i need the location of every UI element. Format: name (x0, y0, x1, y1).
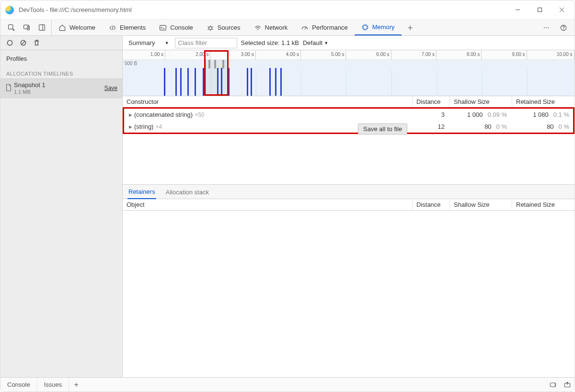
maximize-button[interactable] (529, 2, 551, 18)
svg-rect-16 (550, 383, 555, 387)
view-mode-dropdown[interactable]: Summary ▼ (126, 39, 171, 46)
retained-cell: 1 0800.1 % (511, 111, 573, 118)
tick-label: 7.00 s (422, 52, 435, 57)
allocation-filter-dropdown[interactable]: Default ▼ (303, 39, 328, 46)
view-mode-label: Summary (128, 39, 155, 46)
svg-point-6 (209, 26, 212, 29)
minimize-button[interactable] (506, 2, 529, 18)
tab-memory-label: Memory (372, 23, 395, 31)
drawer-collapse-icon[interactable] (560, 378, 575, 392)
svg-rect-5 (160, 25, 166, 30)
col-distance[interactable]: Distance (413, 199, 450, 210)
tab-welcome-label: Welcome (69, 24, 95, 31)
retainers-header[interactable]: Object Distance Shallow Size Retained Si… (123, 199, 575, 211)
sidebar-toolbar (0, 36, 122, 50)
dock-side-icon[interactable] (34, 20, 49, 36)
drawer-add-tab[interactable]: + (69, 378, 83, 392)
gauge-icon (301, 24, 309, 32)
snapshot-save-link[interactable]: Save (104, 85, 117, 91)
tab-performance[interactable]: Performance (294, 20, 354, 35)
svg-point-13 (563, 29, 564, 29)
plus-icon (406, 24, 414, 32)
constructors-table: Constructor Distance Shallow Size Retain… (123, 96, 575, 185)
memory-panel: Summary ▼ Class filter Selected size: 1.… (123, 36, 575, 377)
console-icon (159, 24, 167, 32)
snapshot-item[interactable]: Snapshot 1 1.1 MB Save (0, 78, 122, 98)
y-axis-label: 500 B (125, 61, 137, 66)
chip-icon (361, 23, 369, 31)
expand-icon[interactable]: ▶ (129, 124, 132, 129)
timeline-ruler: 1.00 s 2.00 s 3.00 s 4.00 s 5.00 s 6.00 … (123, 50, 575, 60)
drawer-tab-console[interactable]: Console (0, 378, 37, 392)
clear-icon[interactable] (17, 37, 29, 49)
tab-sources[interactable]: Sources (200, 20, 247, 35)
allocation-timeline[interactable]: 1.00 s 2.00 s 3.00 s 4.00 s 5.00 s 6.00 … (123, 50, 575, 96)
table-row[interactable]: ▶ (string) ×4 Save all to file 12 800 % … (124, 121, 573, 133)
home-icon (58, 24, 66, 32)
inspect-icon[interactable] (3, 20, 19, 36)
triangle-down-icon: ▼ (165, 41, 169, 45)
constructor-name: (string) (134, 123, 153, 130)
tick-label: 1.00 s (150, 52, 163, 57)
close-button[interactable] (551, 2, 573, 18)
col-distance[interactable]: Distance (413, 96, 450, 107)
tick-label: 9.00 s (512, 52, 525, 57)
retainers-tabbar: Retainers Allocation stack (123, 185, 575, 199)
tick-label: 6.00 s (376, 52, 389, 57)
svg-rect-4 (39, 25, 45, 31)
tick-label: 5.00 s (331, 52, 344, 57)
delete-icon[interactable] (30, 37, 43, 49)
tab-memory[interactable]: Memory (355, 20, 402, 35)
tab-allocation-stack[interactable]: Allocation stack (165, 186, 210, 199)
tab-elements[interactable]: Elements (102, 20, 152, 35)
instance-count: ×4 (155, 123, 162, 130)
svg-point-11 (548, 27, 549, 28)
svg-point-7 (257, 29, 258, 30)
tab-network[interactable]: Network (247, 20, 295, 35)
tick-label: 2.00 s (196, 52, 208, 57)
drawer-tabbar: Console Issues + (0, 377, 575, 392)
allocation-timelines-label: ALLOCATION TIMELINES (0, 65, 122, 78)
help-icon[interactable] (556, 20, 571, 36)
col-constructor[interactable]: Constructor (123, 96, 413, 107)
drawer-tab-issues[interactable]: Issues (37, 378, 69, 392)
table-row[interactable]: ▶ (concatenated string) ×50 3 1 0000.09 … (124, 109, 573, 121)
tick-label: 4.00 s (286, 52, 299, 57)
tab-welcome[interactable]: Welcome (52, 20, 102, 35)
col-shallow[interactable]: Shallow Size (450, 96, 512, 107)
device-toggle-icon[interactable] (19, 20, 34, 36)
summary-toolbar: Summary ▼ Class filter Selected size: 1.… (123, 36, 575, 50)
class-filter-input[interactable]: Class filter (175, 38, 237, 48)
col-object[interactable]: Object (123, 199, 413, 210)
retained-cell: 800 % (511, 123, 573, 130)
code-icon (109, 24, 116, 32)
shallow-cell: 1 0000.09 % (448, 111, 511, 118)
col-retained[interactable]: Retained Size (512, 96, 575, 107)
tab-elements-label: Elements (120, 24, 146, 31)
tab-console-label: Console (170, 24, 193, 31)
col-shallow[interactable]: Shallow Size (450, 199, 512, 210)
more-icon[interactable] (539, 20, 553, 36)
record-icon[interactable] (3, 37, 16, 49)
svg-point-14 (7, 40, 12, 45)
snapshot-name: Snapshot 1 (14, 81, 104, 89)
drawer-settings-icon[interactable] (546, 378, 560, 392)
tab-retainers[interactable]: Retainers (127, 185, 156, 199)
tick-label: 10.00 s (557, 52, 573, 57)
expand-icon[interactable]: ▶ (129, 112, 132, 117)
svg-point-9 (544, 27, 545, 28)
tab-sources-label: Sources (218, 24, 241, 31)
col-retained[interactable]: Retained Size (512, 199, 575, 210)
devtools-tabbar: Welcome Elements Console Sources Network… (0, 20, 575, 36)
bug-icon (207, 24, 214, 32)
shallow-cell: 800 % (448, 123, 511, 130)
svg-rect-2 (23, 25, 28, 29)
save-all-to-file-button[interactable]: Save all to file (358, 123, 407, 134)
app-icon (5, 6, 14, 14)
tab-console[interactable]: Console (152, 20, 200, 35)
instance-count: ×50 (195, 112, 204, 118)
table-header[interactable]: Constructor Distance Shallow Size Retain… (123, 96, 575, 108)
svg-rect-8 (363, 25, 367, 29)
triangle-down-icon: ▼ (324, 41, 328, 45)
new-tab-button[interactable] (402, 20, 419, 35)
